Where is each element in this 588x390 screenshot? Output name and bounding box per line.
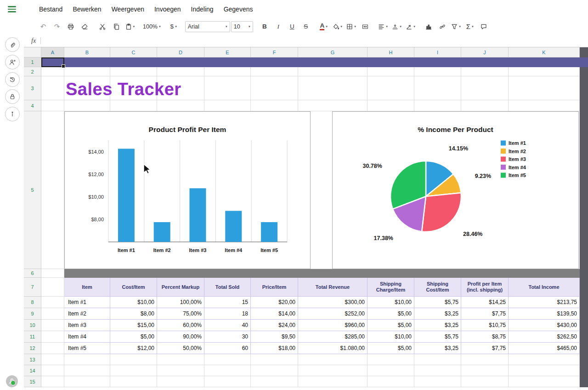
cell-C9[interactable]: $8,00: [110, 308, 157, 320]
cell-J8[interactable]: $14,25: [461, 297, 509, 308]
cell-J3[interactable]: [461, 76, 509, 100]
cell-H8[interactable]: $10,00: [368, 297, 414, 308]
cell-K3[interactable]: [509, 76, 580, 100]
menu-item-invoegen[interactable]: Invoegen: [149, 0, 186, 18]
cell-A8[interactable]: [41, 297, 64, 308]
cell-J15[interactable]: [461, 376, 509, 387]
row-header-12[interactable]: 12: [24, 343, 41, 354]
cell-C7[interactable]: Cost/Item: [110, 278, 157, 297]
cell-A7[interactable]: [41, 278, 64, 297]
cell-G4[interactable]: [298, 100, 368, 111]
cell-K15[interactable]: [509, 376, 580, 387]
cell-F14[interactable]: [251, 365, 298, 376]
cell-I2[interactable]: [414, 67, 461, 76]
cell-D8[interactable]: 100,00%: [157, 297, 204, 308]
column-header-H[interactable]: H: [368, 47, 414, 57]
cell-C2[interactable]: [110, 67, 157, 76]
cell-B10[interactable]: Item #3: [64, 320, 110, 331]
cell-B8[interactable]: Item #1: [64, 297, 110, 308]
cell-D9[interactable]: 75,00%: [157, 308, 204, 320]
cell-B12[interactable]: Item #5: [64, 343, 110, 354]
row-header-14[interactable]: 14: [24, 365, 41, 376]
cell-K12[interactable]: $465,00: [509, 343, 580, 354]
cell-C11[interactable]: $5,00: [110, 331, 157, 343]
cell-A15[interactable]: [41, 376, 64, 387]
undo-button[interactable]: ↶: [37, 21, 50, 32]
cell-G10[interactable]: $960,00: [298, 320, 368, 331]
strikethrough-button[interactable]: S: [300, 21, 312, 32]
cell-D11[interactable]: 90,00%: [157, 331, 204, 343]
cell-E7[interactable]: Total Sold: [204, 278, 251, 297]
cell-A11[interactable]: [41, 331, 64, 343]
row-header-3[interactable]: 3: [24, 76, 41, 100]
cell-I9[interactable]: $3,25: [414, 308, 461, 320]
comment-button[interactable]: [477, 21, 490, 32]
cell-K11[interactable]: $262,50: [509, 331, 580, 343]
cell-F8[interactable]: $20,00: [251, 297, 298, 308]
row-header-7[interactable]: 7: [24, 278, 41, 297]
clear-format-button[interactable]: [78, 21, 91, 32]
column-header-B[interactable]: B: [64, 47, 110, 57]
cell-F2[interactable]: [251, 67, 298, 76]
cell-E12[interactable]: 60: [204, 343, 251, 354]
cell-J9[interactable]: $7,75: [461, 308, 509, 320]
cell-G9[interactable]: $252,00: [298, 308, 368, 320]
cut-button[interactable]: [96, 21, 109, 32]
cell-I7[interactable]: Shipping Cost/Item: [414, 278, 461, 297]
cell-E3[interactable]: [204, 76, 251, 100]
cell-E9[interactable]: 18: [204, 308, 251, 320]
row-header-2[interactable]: 2: [24, 67, 41, 76]
cell-G7[interactable]: Total Revenue: [298, 278, 368, 297]
cell-I8[interactable]: $5,75: [414, 297, 461, 308]
sidebar-lock-button[interactable]: [5, 89, 20, 104]
cell-E14[interactable]: [204, 365, 251, 376]
cell-I10[interactable]: $3,25: [414, 320, 461, 331]
cell-D10[interactable]: 60,00%: [157, 320, 204, 331]
row-header-4[interactable]: 4: [24, 100, 41, 111]
cell-H10[interactable]: $5,00: [368, 320, 414, 331]
zoom-button[interactable]: 100%▾: [141, 21, 162, 32]
cell-A6[interactable]: [41, 269, 64, 278]
paste-button[interactable]: ▾: [124, 21, 136, 32]
row-header-11[interactable]: 11: [24, 331, 41, 343]
cell-I13[interactable]: [414, 354, 461, 365]
cell-F15[interactable]: [251, 376, 298, 387]
cell-H15[interactable]: [368, 376, 414, 387]
user-avatar[interactable]: [6, 375, 18, 387]
cell-B2[interactable]: [64, 67, 110, 76]
cell-G15[interactable]: [298, 376, 368, 387]
menu-item-weergeven[interactable]: Weergeven: [107, 0, 149, 18]
cell-B9[interactable]: Item #2: [64, 308, 110, 320]
formula-input[interactable]: [45, 34, 588, 47]
cell-I12[interactable]: $3,25: [414, 343, 461, 354]
cell-E8[interactable]: 15: [204, 297, 251, 308]
font-size-button[interactable]: 10▾: [231, 21, 253, 32]
cell-D12[interactable]: 50,00%: [157, 343, 204, 354]
select-all-corner[interactable]: [24, 47, 41, 57]
cell-C10[interactable]: $15,00: [110, 320, 157, 331]
sum-button[interactable]: Σ▾: [464, 21, 476, 32]
cell-G2[interactable]: [298, 67, 368, 76]
row-header-8[interactable]: 8: [24, 297, 41, 308]
cell-C12[interactable]: $12,00: [110, 343, 157, 354]
text-orientation-button[interactable]: ▾: [404, 21, 417, 32]
cell-G14[interactable]: [298, 365, 368, 376]
cell-J14[interactable]: [461, 365, 509, 376]
sidebar-paperclip-button[interactable]: [5, 37, 20, 52]
column-header-J[interactable]: J: [461, 47, 509, 57]
column-header-I[interactable]: I: [414, 47, 461, 57]
cell-K4[interactable]: [509, 100, 580, 111]
underline-button[interactable]: U: [286, 21, 299, 32]
cell-A10[interactable]: [41, 320, 64, 331]
cell-G11[interactable]: $285,00: [298, 331, 368, 343]
cell-B4[interactable]: [64, 100, 110, 111]
menu-item-indeling[interactable]: Indeling: [186, 0, 219, 18]
cell-J4[interactable]: [461, 100, 509, 111]
cell-K14[interactable]: [509, 365, 580, 376]
cell-A13[interactable]: [41, 354, 64, 365]
hamburger-menu-icon[interactable]: [0, 0, 24, 18]
row-header-10[interactable]: 10: [24, 320, 41, 331]
currency-format-button[interactable]: $▾: [167, 21, 180, 32]
cell-J10[interactable]: $10,75: [461, 320, 509, 331]
cell-A12[interactable]: [41, 343, 64, 354]
